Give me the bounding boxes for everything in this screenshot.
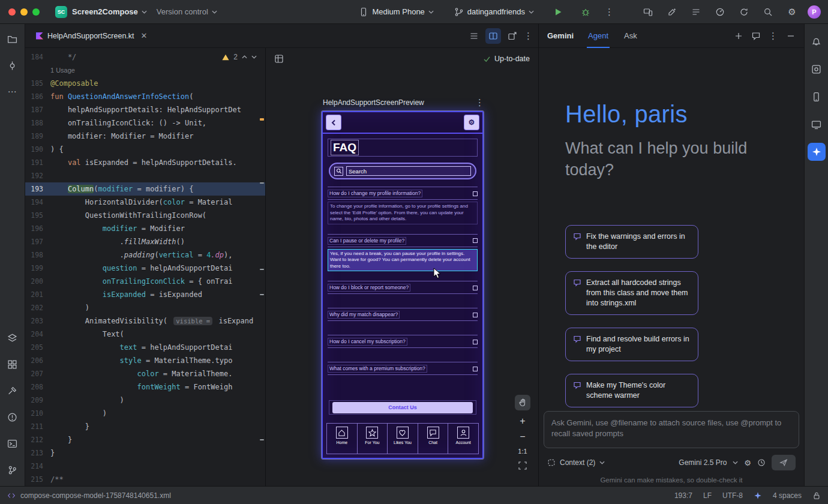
line-number[interactable]: 186 xyxy=(25,90,50,103)
suggestion-card[interactable]: Extract all hardcoded strings from this … xyxy=(565,271,698,315)
line-number[interactable]: 207 xyxy=(25,367,50,380)
sync-button[interactable] xyxy=(736,4,752,20)
code-line[interactable]: 185@Composable xyxy=(25,77,265,90)
line-number[interactable]: 213 xyxy=(25,446,50,460)
expand-toggle-icon[interactable] xyxy=(473,313,478,317)
zoom-out-button[interactable]: − xyxy=(520,432,525,442)
split-editor-preview-button[interactable] xyxy=(485,28,501,44)
line-number[interactable]: 197 xyxy=(25,235,50,248)
code-line[interactable]: 193 Column(modifier = modifier) { xyxy=(25,182,265,196)
terminal-tool-button[interactable] xyxy=(4,434,22,452)
search-bar[interactable]: Search xyxy=(329,163,476,179)
faq-question-row[interactable]: Can I pause or delete my profile? xyxy=(328,237,478,247)
line-number[interactable]: 206 xyxy=(25,354,50,367)
preview-phone-frame[interactable]: ⚙ FAQ Search How do I change my profile … xyxy=(322,111,484,459)
caret-position-widget[interactable]: 193:7 xyxy=(674,491,692,500)
code-line[interactable]: 212 } xyxy=(25,433,265,446)
history-icon[interactable] xyxy=(757,458,766,467)
expand-toggle-icon[interactable] xyxy=(473,286,478,290)
close-window-button[interactable] xyxy=(8,8,16,16)
line-number[interactable]: 202 xyxy=(25,301,50,314)
code-line[interactable]: 198 .padding(vertical = 4.dp), xyxy=(25,248,265,262)
close-tab-icon[interactable]: ✕ xyxy=(141,31,148,40)
device-selector[interactable]: Medium Phone xyxy=(354,4,438,20)
line-number[interactable]: 198 xyxy=(25,248,50,262)
chat-history-icon[interactable] xyxy=(751,31,761,41)
faq-question-row[interactable]: How do I block or report someone? xyxy=(328,284,478,294)
line-number[interactable]: 195 xyxy=(25,209,50,222)
context-selector[interactable]: Context (2) xyxy=(560,458,595,467)
line-number[interactable]: 212 xyxy=(25,433,50,446)
maximize-window-button[interactable] xyxy=(32,8,40,16)
suggestion-card[interactable]: Find and resolve build errors in my proj… xyxy=(565,328,698,361)
contact-us-button[interactable]: Contact Us xyxy=(332,402,473,413)
expand-toggle-icon[interactable] xyxy=(473,238,478,243)
code-line[interactable]: 205 text = helpAndSupportDetai xyxy=(25,341,265,354)
line-number[interactable]: 214 xyxy=(25,460,50,473)
nav-item-for-you[interactable]: For You xyxy=(357,424,388,454)
expand-toggle-icon[interactable] xyxy=(473,191,478,196)
expand-toggle-icon[interactable] xyxy=(473,367,478,371)
next-warning-icon[interactable] xyxy=(251,55,257,59)
tab-agent[interactable]: Agent xyxy=(587,24,610,48)
inspections-widget[interactable]: 2 xyxy=(221,53,258,61)
line-number[interactable]: 209 xyxy=(25,394,50,407)
problems-tool-button[interactable] xyxy=(4,408,22,426)
new-chat-icon[interactable] xyxy=(734,31,743,41)
ai-spark-icon[interactable] xyxy=(754,491,762,500)
line-number[interactable]: 190 xyxy=(25,143,50,156)
search-input[interactable]: Search xyxy=(346,166,471,176)
faq-question-row[interactable]: Why did my match disappear? xyxy=(328,311,478,321)
code-line[interactable]: 209 ) xyxy=(25,394,265,407)
code-line[interactable]: 197 .fillMaxWidth() xyxy=(25,235,265,248)
prev-warning-icon[interactable] xyxy=(242,55,247,59)
code-line[interactable]: 188 onTrailingIconClick: () -> Unit, xyxy=(25,116,265,130)
suggestion-card[interactable]: Fix the warnings and errors in the edito… xyxy=(565,225,698,259)
project-tool-button[interactable] xyxy=(4,30,22,48)
faq-question-row[interactable]: How do I change my profile information? xyxy=(328,190,478,200)
code-line[interactable]: 192 xyxy=(25,169,265,182)
preview-layout-icon[interactable] xyxy=(274,54,284,64)
profiler-button[interactable] xyxy=(712,4,728,20)
run-button[interactable] xyxy=(550,4,566,20)
preview-options-menu[interactable]: ⋮ xyxy=(475,97,485,108)
gemini-rail-button[interactable] xyxy=(808,143,826,161)
line-number[interactable]: 193 xyxy=(25,182,50,196)
line-number[interactable]: 200 xyxy=(25,275,50,288)
indent-widget[interactable]: 4 spaces xyxy=(773,491,802,500)
faq-question-row[interactable]: How do I cancel my subscription? xyxy=(328,338,478,348)
line-number[interactable]: 187 xyxy=(25,103,50,116)
minimize-window-button[interactable] xyxy=(20,8,28,16)
pan-tool-button[interactable] xyxy=(515,395,530,410)
layout-inspector-button[interactable] xyxy=(808,60,826,78)
more-tool-windows-button[interactable]: ⋯ xyxy=(4,83,22,101)
nav-item-home[interactable]: Home xyxy=(327,424,357,454)
code-line[interactable]: 204 Text( xyxy=(25,328,265,341)
resource-manager-button[interactable] xyxy=(4,355,22,373)
line-number[interactable]: 194 xyxy=(25,196,50,209)
line-number[interactable]: 208 xyxy=(25,380,50,394)
version-control-menu[interactable]: Version control xyxy=(152,4,222,20)
hide-panel-icon[interactable] xyxy=(786,31,796,41)
ai-actions-button[interactable] xyxy=(664,4,680,20)
expand-toggle-icon[interactable] xyxy=(473,340,478,344)
code-line[interactable]: 214 xyxy=(25,460,265,473)
encoding-widget[interactable]: UTF-8 xyxy=(722,491,743,500)
code-line[interactable]: 208 fontWeight = FontWeigh xyxy=(25,380,265,394)
nav-item-account[interactable]: Account xyxy=(448,424,478,454)
user-avatar[interactable]: P xyxy=(808,5,821,19)
line-number[interactable]: 204 xyxy=(25,328,50,341)
more-actions-menu[interactable]: ⋮ xyxy=(605,7,614,17)
code-line[interactable]: 190) { xyxy=(25,143,265,156)
line-separator-widget[interactable]: LF xyxy=(703,491,712,500)
code-line[interactable]: 211 } xyxy=(25,420,265,433)
run-configuration-selector[interactable]: datingandfriends xyxy=(449,4,539,20)
editor-tab[interactable]: HelpAndSupportScreen.kt ✕ xyxy=(30,24,153,48)
code-line[interactable]: 215/** xyxy=(25,473,265,486)
line-number[interactable]: 188 xyxy=(25,116,50,130)
line-number[interactable]: 191 xyxy=(25,156,50,169)
code-editor[interactable]: 184 */1 Usage185@Composable186fun Questi… xyxy=(25,48,266,486)
nav-item-chat[interactable]: Chat xyxy=(418,424,448,454)
build-tool-button[interactable] xyxy=(4,382,22,400)
todo-list-button[interactable] xyxy=(688,4,704,20)
